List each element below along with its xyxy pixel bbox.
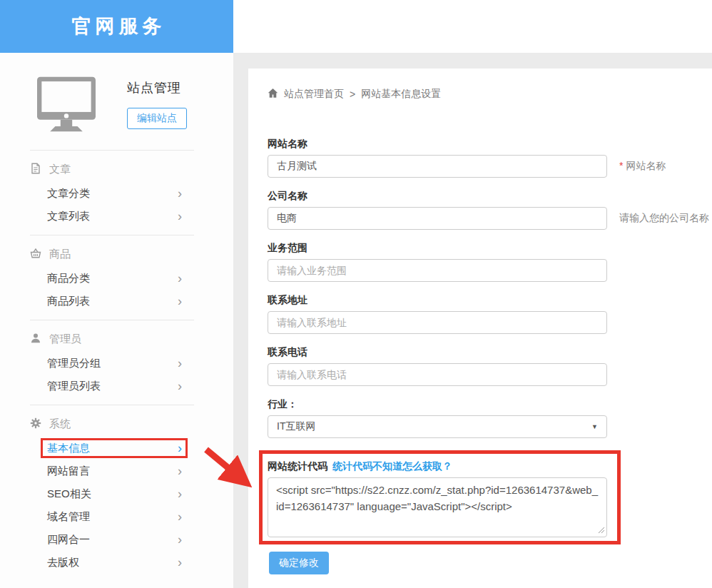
breadcrumb: 站点管理首页 > 网站基本信息设置 xyxy=(268,88,712,101)
field-label: 行业： xyxy=(268,398,712,410)
nav-item-label: 网站留言 xyxy=(47,465,90,478)
breadcrumb-separator: > xyxy=(350,88,355,100)
admin-icon xyxy=(30,333,41,346)
annotation-arrow xyxy=(200,444,261,498)
field-label: 业务范围 xyxy=(268,242,712,254)
nav-item-label: 管理员分组 xyxy=(47,357,101,370)
contact-address-input[interactable] xyxy=(268,311,607,334)
nav-header-label: 管理员 xyxy=(49,333,81,346)
business-scope-input[interactable] xyxy=(268,259,607,282)
field-label: 公司名称 xyxy=(268,190,712,202)
nav-header-articles: 文章 xyxy=(0,156,233,182)
nav-header-admins: 管理员 xyxy=(0,326,233,352)
article-icon xyxy=(30,163,41,176)
sidebar-title: 站点管理 xyxy=(127,79,181,96)
main-content: 站点管理首页 > 网站基本信息设置 网站名称 *网站名称 公司名称 请输入您的公… xyxy=(248,69,712,588)
chevron-right-icon: › xyxy=(178,187,182,200)
topbar-right-spacer xyxy=(233,0,712,53)
chevron-right-icon: › xyxy=(178,210,182,223)
divider xyxy=(30,235,194,235)
sidebar-item-admin-group[interactable]: 管理员分组 › xyxy=(0,352,233,375)
field-label: 联系地址 xyxy=(268,294,712,306)
chevron-right-icon: › xyxy=(178,295,182,308)
sidebar: 站点管理 编辑站点 文章 文章分类 › 文章列表 › xyxy=(0,53,233,588)
nav-group-products: 商品 商品分类 › 商品列表 › xyxy=(0,241,233,320)
field-label: 联系电话 xyxy=(268,346,712,358)
sidebar-item-domain[interactable]: 域名管理 › xyxy=(0,505,233,528)
field-label: 网站名称 xyxy=(268,138,712,150)
product-icon xyxy=(30,248,41,261)
sidebar-item-article-list[interactable]: 文章列表 › xyxy=(0,205,233,228)
breadcrumb-current: 网站基本信息设置 xyxy=(361,88,441,101)
nav-item-label: 商品列表 xyxy=(47,295,90,308)
nav-header-label: 系统 xyxy=(49,417,71,431)
chevron-right-icon: › xyxy=(178,487,182,500)
stats-code-help-link[interactable]: 统计代码不知道怎么获取？ xyxy=(332,460,452,473)
field-hint: 请输入您的公司名称 xyxy=(619,212,709,225)
nav-group-articles: 文章 文章分类 › 文章列表 › xyxy=(0,156,233,235)
sidebar-item-four-networks[interactable]: 四网合一 › xyxy=(0,528,233,551)
sidebar-item-product-list[interactable]: 商品列表 › xyxy=(0,290,233,313)
chevron-right-icon: › xyxy=(178,442,182,455)
divider xyxy=(30,150,194,151)
field-site-name: 网站名称 *网站名称 xyxy=(268,138,712,178)
nav-item-label: 文章分类 xyxy=(47,187,90,201)
nav-item-label: 文章列表 xyxy=(47,210,90,223)
monitor-icon xyxy=(37,76,96,135)
nav-item-label: 四网合一 xyxy=(47,533,90,547)
nav-item-label: 管理员列表 xyxy=(47,380,101,393)
chevron-right-icon: › xyxy=(178,465,182,477)
chevron-right-icon: › xyxy=(178,380,182,392)
stats-code-textarea[interactable]: <script src="https://s22.cnzz.com/z_stat… xyxy=(268,477,607,537)
sidebar-item-site-messages[interactable]: 网站留言 › xyxy=(0,460,233,482)
nav-header-label: 商品 xyxy=(49,248,71,261)
sidebar-item-basic-info[interactable]: 基本信息 › xyxy=(0,437,233,460)
app-brand-header: 官网服务 xyxy=(0,0,233,53)
field-hint: *网站名称 xyxy=(619,160,666,173)
nav-item-label: 域名管理 xyxy=(47,510,90,524)
industry-select[interactable]: IT互联网 ▼ xyxy=(268,415,607,438)
breadcrumb-home[interactable]: 站点管理首页 xyxy=(284,88,344,101)
contact-phone-input[interactable] xyxy=(268,363,607,386)
divider xyxy=(30,320,194,320)
industry-selected-value: IT互联网 xyxy=(277,420,315,433)
divider xyxy=(30,405,194,405)
chevron-right-icon: › xyxy=(178,272,182,285)
nav-header-system: 系统 xyxy=(0,411,233,437)
company-name-input[interactable] xyxy=(268,207,607,230)
nav-item-label: 基本信息 xyxy=(47,442,90,455)
nav-header-products: 商品 xyxy=(0,241,233,267)
resize-grip-icon[interactable] xyxy=(598,524,605,537)
sidebar-item-admin-list[interactable]: 管理员列表 › xyxy=(0,375,233,397)
field-company-name: 公司名称 请输入您的公司名称 xyxy=(268,190,712,230)
confirm-modify-button[interactable]: 确定修改 xyxy=(269,552,329,574)
sidebar-item-seo[interactable]: SEO相关 › xyxy=(0,482,233,505)
chevron-right-icon: › xyxy=(178,556,182,569)
field-contact-address: 联系地址 xyxy=(268,294,712,334)
required-star: * xyxy=(619,160,623,171)
site-name-input[interactable] xyxy=(268,155,607,178)
home-icon xyxy=(268,88,278,101)
sidebar-item-remove-copyright[interactable]: 去版权 › xyxy=(0,551,233,574)
field-industry: 行业： IT互联网 ▼ xyxy=(268,398,712,438)
field-business-scope: 业务范围 xyxy=(268,242,712,282)
caret-down-icon: ▼ xyxy=(591,423,598,430)
nav-item-label: SEO相关 xyxy=(47,487,91,501)
nav-item-label: 去版权 xyxy=(47,556,79,569)
nav-item-label: 商品分类 xyxy=(47,272,90,285)
system-icon xyxy=(30,417,41,431)
sidebar-item-article-category[interactable]: 文章分类 › xyxy=(0,182,233,205)
chevron-right-icon: › xyxy=(178,357,182,370)
field-contact-phone: 联系电话 xyxy=(268,346,712,386)
site-profile: 站点管理 编辑站点 xyxy=(0,53,233,150)
sidebar-item-product-category[interactable]: 商品分类 › xyxy=(0,267,233,290)
chevron-right-icon: › xyxy=(178,533,182,546)
stats-code-label: 网站统计代码 xyxy=(268,460,327,473)
nav-group-admins: 管理员 管理员分组 › 管理员列表 › xyxy=(0,326,233,405)
stats-code-section-highlighted: 网站统计代码 统计代码不知道怎么获取？ <script src="https:/… xyxy=(259,450,621,544)
edit-site-button[interactable]: 编辑站点 xyxy=(127,108,187,129)
site-settings-form: 网站名称 *网站名称 公司名称 请输入您的公司名称 业务范围 联系地址 xyxy=(268,138,712,574)
nav-group-system: 系统 基本信息 › 网站留言 › SEO相关 › 域名管理 › 四网合一 › 去… xyxy=(0,411,233,581)
chevron-right-icon: › xyxy=(178,510,182,523)
nav-header-label: 文章 xyxy=(49,163,71,176)
